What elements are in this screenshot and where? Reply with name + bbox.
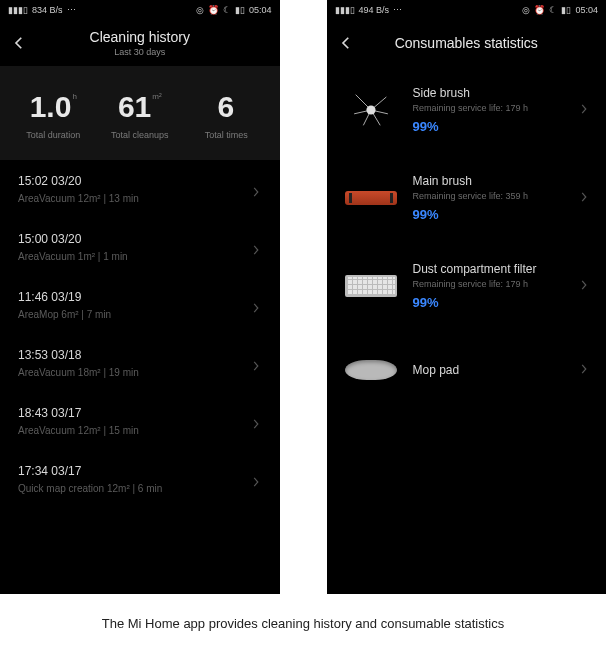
history-row[interactable]: 18:43 03/17AreaVacuum 12m² | 15 min bbox=[0, 392, 280, 450]
phone-consumables: ▮▮▮▯ 494 B/s ⋯ ◎ ⏰ ☾ ▮▯ 05:04 Consumable… bbox=[327, 0, 607, 594]
chevron-right-icon bbox=[252, 474, 262, 484]
caption: The Mi Home app provides cleaning histor… bbox=[0, 594, 606, 649]
main-brush-icon bbox=[345, 178, 397, 218]
eye-icon: ◎ bbox=[196, 5, 204, 15]
alarm-icon: ⏰ bbox=[534, 5, 545, 15]
signal-icon: ▮▮▮▯ bbox=[8, 5, 28, 15]
chevron-right-icon bbox=[252, 184, 262, 194]
moon-icon: ☾ bbox=[549, 5, 557, 15]
history-row[interactable]: 11:46 03/19AreaMop 6m² | 7 min bbox=[0, 276, 280, 334]
back-button[interactable] bbox=[10, 28, 40, 58]
consumable-mop-pad[interactable]: Mop pad bbox=[327, 330, 607, 410]
summary-duration: 1.0h Total duration bbox=[10, 92, 97, 140]
consumable-main-brush[interactable]: Main brush Remaining service life: 359 h… bbox=[327, 154, 607, 242]
clock: 05:04 bbox=[575, 5, 598, 15]
history-row[interactable]: 17:34 03/17Quick map creation 12m² | 6 m… bbox=[0, 450, 280, 508]
history-row[interactable]: 15:02 03/20AreaVacuum 12m² | 13 min bbox=[0, 160, 280, 218]
phone-cleaning-history: ▮▮▮▯ 834 B/s ⋯ ◎ ⏰ ☾ ▮▯ 05:04 Cleaning h… bbox=[0, 0, 280, 594]
chevron-right-icon bbox=[252, 300, 262, 310]
more-icon: ⋯ bbox=[393, 5, 402, 15]
back-button[interactable] bbox=[337, 28, 367, 58]
history-list[interactable]: 15:02 03/20AreaVacuum 12m² | 13 min 15:0… bbox=[0, 160, 280, 594]
page-title: Cleaning history bbox=[0, 29, 280, 45]
summary-panel: 1.0h Total duration 61m² Total cleanups … bbox=[0, 66, 280, 160]
alarm-icon: ⏰ bbox=[208, 5, 219, 15]
signal-icon: ▮▮▮▯ bbox=[335, 5, 355, 15]
topbar: Consumables statistics bbox=[327, 20, 607, 66]
chevron-right-icon bbox=[252, 416, 262, 426]
summary-cleanups: 61m² Total cleanups bbox=[97, 92, 184, 140]
history-row[interactable]: 13:53 03/18AreaVacuum 18m² | 19 min bbox=[0, 334, 280, 392]
mop-pad-icon bbox=[345, 350, 397, 390]
consumable-side-brush[interactable]: Side brush Remaining service life: 179 h… bbox=[327, 66, 607, 154]
net-speed: 834 B/s bbox=[32, 5, 63, 15]
chevron-right-icon bbox=[580, 101, 588, 119]
battery-icon: ▮▯ bbox=[561, 5, 571, 15]
side-brush-icon bbox=[345, 90, 397, 130]
net-speed: 494 B/s bbox=[359, 5, 390, 15]
consumables-list[interactable]: Side brush Remaining service life: 179 h… bbox=[327, 66, 607, 594]
moon-icon: ☾ bbox=[223, 5, 231, 15]
page-title: Consumables statistics bbox=[327, 35, 607, 51]
page-subtitle: Last 30 days bbox=[0, 47, 280, 57]
svg-line-6 bbox=[371, 110, 380, 125]
chevron-right-icon bbox=[580, 189, 588, 207]
svg-line-1 bbox=[355, 95, 370, 110]
chevron-right-icon bbox=[580, 361, 588, 379]
history-row[interactable]: 15:00 03/20AreaVacuum 1m² | 1 min bbox=[0, 218, 280, 276]
chevron-right-icon bbox=[252, 242, 262, 252]
summary-times: 6 Total times bbox=[183, 92, 270, 140]
more-icon: ⋯ bbox=[67, 5, 76, 15]
battery-icon: ▮▯ bbox=[235, 5, 245, 15]
chevron-right-icon bbox=[580, 277, 588, 295]
clock: 05:04 bbox=[249, 5, 272, 15]
svg-line-4 bbox=[371, 97, 386, 110]
status-bar: ▮▮▮▯ 494 B/s ⋯ ◎ ⏰ ☾ ▮▯ 05:04 bbox=[327, 0, 607, 20]
filter-icon bbox=[345, 266, 397, 306]
status-bar: ▮▮▮▯ 834 B/s ⋯ ◎ ⏰ ☾ ▮▯ 05:04 bbox=[0, 0, 280, 20]
consumable-filter[interactable]: Dust compartment filter Remaining servic… bbox=[327, 242, 607, 330]
eye-icon: ◎ bbox=[522, 5, 530, 15]
chevron-right-icon bbox=[252, 358, 262, 368]
topbar: Cleaning history Last 30 days bbox=[0, 20, 280, 66]
